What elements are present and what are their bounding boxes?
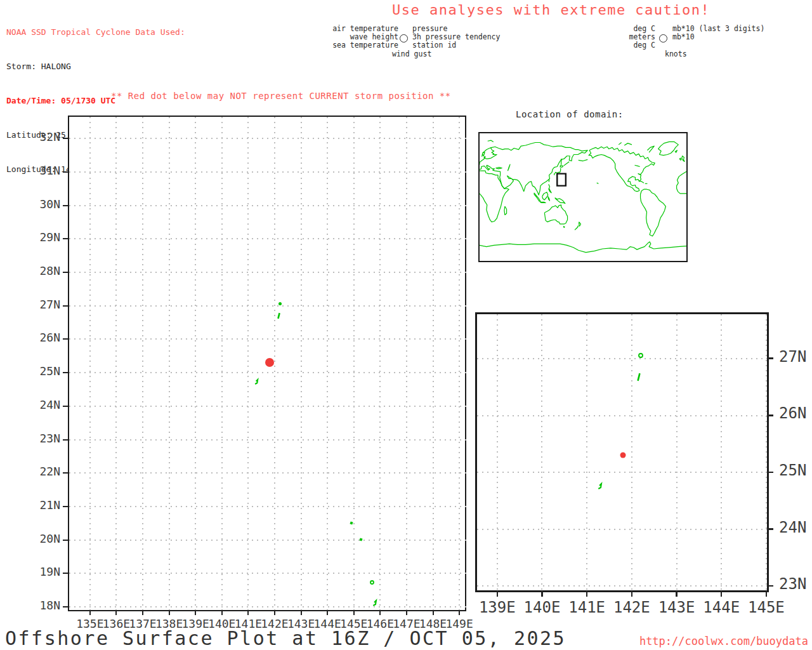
horizontal-gridline bbox=[477, 529, 771, 530]
x-tick-label: 140E bbox=[516, 599, 567, 616]
coastline-path bbox=[639, 181, 644, 183]
y-tick-label: 31N bbox=[39, 164, 60, 177]
coastline-path bbox=[635, 165, 640, 166]
vertical-gridline bbox=[301, 117, 302, 613]
caution-title: Use analyses with extreme caution! bbox=[392, 2, 710, 18]
x-axis-tick bbox=[301, 610, 302, 615]
y-axis-tick bbox=[63, 439, 68, 441]
horizontal-gridline bbox=[69, 305, 468, 307]
x-axis-tick bbox=[115, 610, 117, 615]
y-tick-label: 18N bbox=[39, 599, 60, 612]
coastline-path bbox=[480, 242, 686, 253]
y-tick-label: 24N bbox=[39, 398, 60, 411]
vertical-gridline bbox=[497, 314, 498, 594]
y-tick-label: 24N bbox=[779, 519, 806, 536]
y-tick-label: 21N bbox=[39, 498, 60, 512]
y-axis-tick bbox=[63, 238, 68, 239]
y-axis-tick bbox=[63, 305, 68, 307]
x-axis-tick bbox=[169, 610, 170, 615]
vertical-gridline bbox=[115, 117, 117, 613]
station-circle-icon bbox=[659, 34, 667, 43]
coastline-path bbox=[560, 165, 563, 167]
y-tick-label: 20N bbox=[39, 532, 60, 545]
domain-map-title: Location of domain: bbox=[516, 109, 624, 119]
x-axis-tick bbox=[586, 590, 588, 597]
y-tick-label: 25N bbox=[779, 461, 806, 479]
y-tick-label: 32N bbox=[39, 130, 60, 143]
storm-position-dot bbox=[620, 453, 625, 458]
coastline-path bbox=[597, 183, 599, 183]
coastline-path bbox=[641, 189, 666, 236]
legend-label: station id bbox=[412, 41, 456, 50]
x-tick-label: 143E bbox=[652, 599, 702, 616]
plot-title: Offshore Surface Plot at 16Z / OCT 05, 2… bbox=[5, 627, 566, 649]
legend-label: knots bbox=[665, 50, 687, 58]
source-url-link[interactable]: http://coolwx.com/buoydata bbox=[639, 635, 808, 647]
storm-name-line: Storm: HALONG bbox=[6, 61, 185, 72]
island-coastline-fragment bbox=[273, 310, 285, 322]
vertical-gridline bbox=[169, 117, 170, 613]
y-tick-label: 28N bbox=[39, 264, 60, 277]
legend-label: mb*10 bbox=[672, 33, 695, 41]
x-axis-tick bbox=[353, 610, 355, 615]
legend-label: sea temperature bbox=[317, 41, 398, 50]
y-tick-label: 25N bbox=[39, 364, 60, 378]
y-axis-tick bbox=[767, 585, 773, 587]
x-axis-tick bbox=[766, 590, 768, 597]
x-axis-tick bbox=[676, 590, 678, 597]
island-coastline-fragment bbox=[594, 481, 606, 492]
vertical-gridline bbox=[459, 117, 460, 613]
y-axis-tick bbox=[63, 540, 68, 541]
y-axis-tick bbox=[63, 372, 68, 373]
x-axis-tick bbox=[433, 610, 434, 615]
x-axis-tick bbox=[221, 610, 223, 615]
horizontal-gridline bbox=[477, 415, 771, 416]
y-axis-tick bbox=[63, 205, 68, 206]
coastline-path bbox=[589, 147, 655, 191]
y-axis-tick bbox=[63, 171, 68, 173]
vertical-gridline bbox=[221, 117, 223, 613]
x-tick-label: 144E bbox=[696, 599, 747, 616]
x-axis-tick bbox=[721, 590, 723, 597]
vertical-gridline bbox=[433, 117, 434, 613]
horizontal-gridline bbox=[69, 439, 468, 441]
y-axis-tick bbox=[63, 606, 68, 607]
island-coastline-fragment bbox=[251, 376, 262, 387]
y-tick-label: 27N bbox=[39, 298, 60, 311]
y-tick-label: 19N bbox=[39, 565, 60, 578]
x-axis-tick bbox=[142, 610, 143, 615]
horizontal-gridline bbox=[69, 272, 468, 273]
x-axis-tick bbox=[247, 610, 249, 615]
y-tick-label: 30N bbox=[39, 197, 60, 211]
vertical-gridline bbox=[631, 314, 632, 594]
vertical-gridline bbox=[89, 117, 91, 613]
x-tick-label: 139E bbox=[472, 599, 523, 616]
horizontal-gridline bbox=[69, 372, 468, 373]
vertical-gridline bbox=[586, 314, 587, 594]
legend-label: deg C bbox=[574, 41, 655, 50]
y-tick-label: 29N bbox=[39, 230, 60, 244]
x-axis-tick bbox=[541, 590, 543, 597]
y-tick-label: 26N bbox=[779, 404, 806, 422]
horizontal-gridline bbox=[477, 358, 771, 359]
coastline-path bbox=[549, 184, 552, 192]
main-surface-plot: 135E136E137E138E139E140E141E142E143E144E… bbox=[68, 116, 466, 611]
x-tick-label: 142E bbox=[606, 599, 657, 616]
world-coastlines-svg bbox=[480, 133, 686, 261]
x-axis-tick bbox=[274, 610, 275, 615]
y-axis-tick bbox=[63, 406, 68, 407]
y-tick-label: 23N bbox=[39, 432, 60, 445]
horizontal-gridline bbox=[477, 472, 771, 473]
island-coastline-fragment bbox=[369, 597, 381, 609]
coastline-path bbox=[488, 140, 494, 142]
data-source-line: NOAA SSD Tropical Cyclone Data Used: bbox=[6, 27, 185, 38]
world-domain-map bbox=[478, 132, 688, 262]
zoom-domain-plot: 139E140E141E142E143E144E145E23N24N25N26N… bbox=[475, 312, 769, 592]
coastline-path bbox=[563, 226, 565, 227]
horizontal-gridline bbox=[69, 205, 468, 206]
coastline-path bbox=[647, 146, 654, 152]
coastline-path bbox=[544, 205, 567, 224]
island-coastline-fragment bbox=[367, 578, 377, 587]
vertical-gridline bbox=[676, 314, 678, 594]
coastline-path bbox=[682, 156, 685, 162]
